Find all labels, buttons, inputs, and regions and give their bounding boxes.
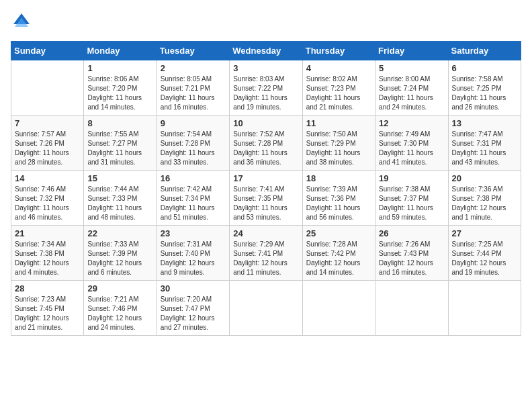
calendar-week-row: 28Sunrise: 7:23 AM Sunset: 7:45 PM Dayli…	[11, 281, 521, 336]
logo-icon	[12, 11, 31, 30]
calendar-header-row: SundayMondayTuesdayWednesdayThursdayFrid…	[11, 42, 521, 60]
cell-content: Sunrise: 7:33 AM Sunset: 7:39 PM Dayligh…	[87, 240, 152, 277]
day-number: 27	[452, 228, 517, 238]
cell-content: Sunrise: 7:36 AM Sunset: 7:38 PM Dayligh…	[452, 185, 517, 222]
calendar-cell: 13Sunrise: 7:47 AM Sunset: 7:31 PM Dayli…	[448, 116, 521, 171]
cell-content: Sunrise: 7:55 AM Sunset: 7:27 PM Dayligh…	[87, 130, 152, 167]
calendar-cell: 28Sunrise: 7:23 AM Sunset: 7:45 PM Dayli…	[11, 281, 84, 336]
day-number: 8	[87, 118, 152, 128]
cell-content: Sunrise: 7:54 AM Sunset: 7:28 PM Dayligh…	[161, 130, 226, 167]
day-number: 7	[15, 118, 80, 128]
cell-content: Sunrise: 7:49 AM Sunset: 7:30 PM Dayligh…	[379, 130, 444, 167]
calendar-cell: 21Sunrise: 7:34 AM Sunset: 7:38 PM Dayli…	[11, 226, 84, 281]
cell-content: Sunrise: 7:50 AM Sunset: 7:29 PM Dayligh…	[306, 130, 371, 167]
cell-content: Sunrise: 7:47 AM Sunset: 7:31 PM Dayligh…	[452, 130, 517, 167]
day-number: 29	[87, 283, 152, 293]
cell-content: Sunrise: 7:28 AM Sunset: 7:42 PM Dayligh…	[306, 240, 371, 277]
calendar-cell: 17Sunrise: 7:41 AM Sunset: 7:35 PM Dayli…	[230, 171, 302, 226]
calendar-table: SundayMondayTuesdayWednesdayThursdayFrid…	[11, 41, 521, 336]
calendar-cell	[230, 281, 302, 336]
calendar-week-row: 14Sunrise: 7:46 AM Sunset: 7:32 PM Dayli…	[11, 171, 521, 226]
day-number: 12	[379, 118, 444, 128]
cell-content: Sunrise: 7:58 AM Sunset: 7:25 PM Dayligh…	[452, 75, 517, 112]
calendar-cell: 26Sunrise: 7:26 AM Sunset: 7:43 PM Dayli…	[375, 226, 448, 281]
calendar-cell: 19Sunrise: 7:38 AM Sunset: 7:37 PM Dayli…	[375, 171, 448, 226]
calendar-week-row: 21Sunrise: 7:34 AM Sunset: 7:38 PM Dayli…	[11, 226, 521, 281]
cell-content: Sunrise: 7:20 AM Sunset: 7:47 PM Dayligh…	[161, 295, 226, 332]
day-number: 20	[452, 173, 517, 183]
calendar-cell: 3Sunrise: 8:03 AM Sunset: 7:22 PM Daylig…	[230, 60, 302, 116]
cell-content: Sunrise: 7:23 AM Sunset: 7:45 PM Dayligh…	[15, 295, 80, 332]
calendar-cell: 8Sunrise: 7:55 AM Sunset: 7:27 PM Daylig…	[84, 116, 157, 171]
day-number: 21	[15, 228, 80, 238]
cell-content: Sunrise: 7:44 AM Sunset: 7:33 PM Dayligh…	[87, 185, 152, 222]
day-of-week-header: Sunday	[11, 42, 84, 60]
logo	[11, 11, 31, 33]
day-number: 17	[233, 173, 298, 183]
day-number: 4	[306, 63, 371, 73]
calendar-week-row: 7Sunrise: 7:57 AM Sunset: 7:26 PM Daylig…	[11, 116, 521, 171]
calendar-cell: 23Sunrise: 7:31 AM Sunset: 7:40 PM Dayli…	[157, 226, 229, 281]
calendar-cell: 24Sunrise: 7:29 AM Sunset: 7:41 PM Dayli…	[230, 226, 302, 281]
calendar-cell: 4Sunrise: 8:02 AM Sunset: 7:23 PM Daylig…	[302, 60, 375, 116]
day-number: 11	[306, 118, 371, 128]
calendar-cell: 27Sunrise: 7:25 AM Sunset: 7:44 PM Dayli…	[448, 226, 521, 281]
cell-content: Sunrise: 7:46 AM Sunset: 7:32 PM Dayligh…	[15, 185, 80, 222]
calendar-cell: 29Sunrise: 7:21 AM Sunset: 7:46 PM Dayli…	[84, 281, 157, 336]
day-of-week-header: Saturday	[448, 42, 521, 60]
calendar-cell: 22Sunrise: 7:33 AM Sunset: 7:39 PM Dayli…	[84, 226, 157, 281]
logo-text	[11, 11, 31, 33]
calendar-cell: 20Sunrise: 7:36 AM Sunset: 7:38 PM Dayli…	[448, 171, 521, 226]
calendar-cell: 18Sunrise: 7:39 AM Sunset: 7:36 PM Dayli…	[302, 171, 375, 226]
calendar-cell: 12Sunrise: 7:49 AM Sunset: 7:30 PM Dayli…	[375, 116, 448, 171]
cell-content: Sunrise: 7:57 AM Sunset: 7:26 PM Dayligh…	[15, 130, 80, 167]
cell-content: Sunrise: 7:39 AM Sunset: 7:36 PM Dayligh…	[306, 185, 371, 222]
day-number: 5	[379, 63, 444, 73]
day-number: 23	[161, 228, 226, 238]
day-number: 19	[379, 173, 444, 183]
cell-content: Sunrise: 7:41 AM Sunset: 7:35 PM Dayligh…	[233, 185, 298, 222]
cell-content: Sunrise: 8:03 AM Sunset: 7:22 PM Dayligh…	[233, 75, 298, 112]
day-number: 6	[452, 63, 517, 73]
cell-content: Sunrise: 8:00 AM Sunset: 7:24 PM Dayligh…	[379, 75, 444, 112]
calendar-cell: 7Sunrise: 7:57 AM Sunset: 7:26 PM Daylig…	[11, 116, 84, 171]
day-number: 10	[233, 118, 298, 128]
day-of-week-header: Thursday	[302, 42, 375, 60]
day-of-week-header: Monday	[84, 42, 157, 60]
day-number: 2	[161, 63, 226, 73]
calendar-cell: 6Sunrise: 7:58 AM Sunset: 7:25 PM Daylig…	[448, 60, 521, 116]
cell-content: Sunrise: 7:26 AM Sunset: 7:43 PM Dayligh…	[379, 240, 444, 277]
cell-content: Sunrise: 7:29 AM Sunset: 7:41 PM Dayligh…	[233, 240, 298, 277]
cell-content: Sunrise: 7:52 AM Sunset: 7:28 PM Dayligh…	[233, 130, 298, 167]
cell-content: Sunrise: 8:05 AM Sunset: 7:21 PM Dayligh…	[161, 75, 226, 112]
cell-content: Sunrise: 7:21 AM Sunset: 7:46 PM Dayligh…	[87, 295, 152, 332]
cell-content: Sunrise: 7:34 AM Sunset: 7:38 PM Dayligh…	[15, 240, 80, 277]
cell-content: Sunrise: 7:38 AM Sunset: 7:37 PM Dayligh…	[379, 185, 444, 222]
calendar-cell: 5Sunrise: 8:00 AM Sunset: 7:24 PM Daylig…	[375, 60, 448, 116]
calendar-cell: 14Sunrise: 7:46 AM Sunset: 7:32 PM Dayli…	[11, 171, 84, 226]
day-number: 18	[306, 173, 371, 183]
day-of-week-header: Friday	[375, 42, 448, 60]
day-number: 13	[452, 118, 517, 128]
day-number: 25	[306, 228, 371, 238]
day-number: 1	[87, 63, 152, 73]
day-number: 24	[233, 228, 298, 238]
calendar-cell: 10Sunrise: 7:52 AM Sunset: 7:28 PM Dayli…	[230, 116, 302, 171]
day-of-week-header: Tuesday	[157, 42, 229, 60]
calendar-cell	[11, 60, 84, 116]
calendar-cell	[302, 281, 375, 336]
calendar-week-row: 1Sunrise: 8:06 AM Sunset: 7:20 PM Daylig…	[11, 60, 521, 116]
cell-content: Sunrise: 8:02 AM Sunset: 7:23 PM Dayligh…	[306, 75, 371, 112]
day-number: 9	[161, 118, 226, 128]
calendar-cell: 15Sunrise: 7:44 AM Sunset: 7:33 PM Dayli…	[84, 171, 157, 226]
day-number: 30	[161, 283, 226, 293]
day-number: 16	[161, 173, 226, 183]
day-number: 14	[15, 173, 80, 183]
cell-content: Sunrise: 7:31 AM Sunset: 7:40 PM Dayligh…	[161, 240, 226, 277]
calendar-cell: 9Sunrise: 7:54 AM Sunset: 7:28 PM Daylig…	[157, 116, 229, 171]
page-header	[11, 11, 521, 33]
cell-content: Sunrise: 7:42 AM Sunset: 7:34 PM Dayligh…	[161, 185, 226, 222]
calendar-cell: 30Sunrise: 7:20 AM Sunset: 7:47 PM Dayli…	[157, 281, 229, 336]
calendar-cell: 11Sunrise: 7:50 AM Sunset: 7:29 PM Dayli…	[302, 116, 375, 171]
day-number: 22	[87, 228, 152, 238]
